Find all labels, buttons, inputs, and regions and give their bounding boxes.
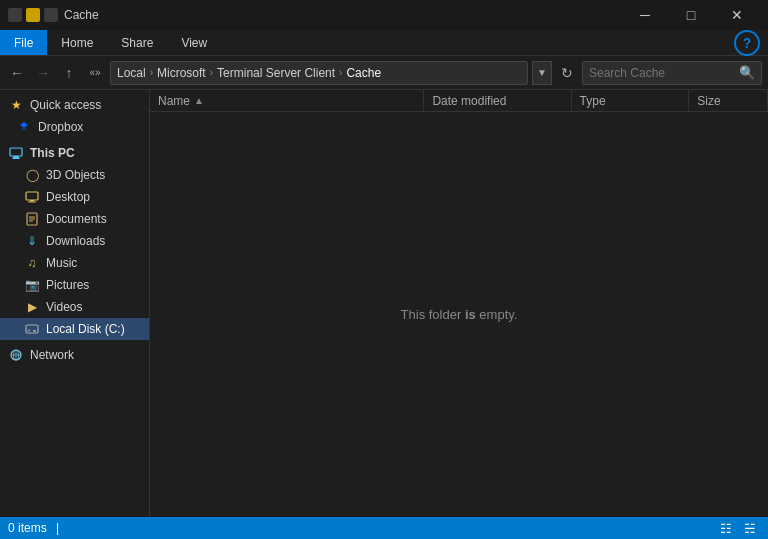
svg-rect-3: [12, 158, 20, 159]
title-dot-1: [8, 8, 22, 22]
col-header-name[interactable]: Name ▲: [150, 90, 424, 111]
svg-rect-1: [10, 148, 22, 156]
downloads-label: Downloads: [46, 234, 105, 248]
file-content-area: This folder is empty.: [150, 112, 768, 517]
sidebar-item-downloads[interactable]: ⇓ Downloads: [0, 230, 149, 252]
sidebar-item-network[interactable]: Network: [0, 344, 149, 366]
sidebar-item-this-pc[interactable]: This PC: [0, 142, 149, 164]
title-dot-3: [44, 8, 58, 22]
svg-rect-4: [26, 192, 38, 200]
sidebar-item-dropbox[interactable]: Dropbox: [0, 116, 149, 138]
large-icons-view-button[interactable]: ☵: [740, 519, 760, 537]
sidebar-item-documents[interactable]: Documents: [0, 208, 149, 230]
downloads-icon: ⇓: [24, 233, 40, 249]
search-icon: 🔍: [739, 65, 755, 80]
3d-objects-label: 3D Objects: [46, 168, 105, 182]
help-button[interactable]: ?: [734, 30, 760, 56]
dropbox-icon: [16, 119, 32, 135]
recent-locations-button[interactable]: «»: [84, 62, 106, 84]
pictures-label: Pictures: [46, 278, 89, 292]
title-bar: Cache ─ □ ✕: [0, 0, 768, 30]
svg-point-13: [28, 330, 30, 332]
back-button[interactable]: ←: [6, 62, 28, 84]
item-count: 0 items |: [8, 521, 59, 535]
this-pc-icon: [8, 145, 24, 161]
breadcrumb[interactable]: Local › Microsoft › Terminal Server Clie…: [110, 61, 528, 85]
close-button[interactable]: ✕: [714, 0, 760, 30]
svg-rect-2: [13, 156, 19, 158]
local-disk-label: Local Disk (C:): [46, 322, 125, 336]
videos-label: Videos: [46, 300, 82, 314]
tab-view[interactable]: View: [167, 30, 221, 55]
tab-share[interactable]: Share: [107, 30, 167, 55]
address-bar: ← → ↑ «» Local › Microsoft › Terminal Se…: [0, 56, 768, 90]
bc-chevron-2: ›: [210, 67, 213, 78]
desktop-label: Desktop: [46, 190, 90, 204]
breadcrumb-dropdown-button[interactable]: ▼: [532, 61, 552, 85]
minimize-button[interactable]: ─: [622, 0, 668, 30]
bc-chevron-1: ›: [150, 67, 153, 78]
svg-rect-11: [26, 325, 38, 333]
ribbon-tabs: File Home Share View ?: [0, 30, 768, 56]
details-view-button[interactable]: ☷: [716, 519, 736, 537]
col-header-size[interactable]: Size: [689, 90, 768, 111]
title-quick-access-group: [8, 8, 58, 22]
main-content: ★ Quick access Dropbox This PC: [0, 90, 768, 517]
pictures-icon: 📷: [24, 277, 40, 293]
up-button[interactable]: ↑: [58, 62, 80, 84]
col-header-type[interactable]: Type: [572, 90, 690, 111]
sidebar-item-pictures[interactable]: 📷 Pictures: [0, 274, 149, 296]
col-header-modified[interactable]: Date modified: [424, 90, 571, 111]
dropbox-label: Dropbox: [38, 120, 83, 134]
documents-label: Documents: [46, 212, 107, 226]
videos-icon: ▶: [24, 299, 40, 315]
tab-file[interactable]: File: [0, 30, 47, 55]
documents-icon: [24, 211, 40, 227]
desktop-icon: [24, 189, 40, 205]
sort-arrow-name: ▲: [194, 95, 204, 106]
maximize-button[interactable]: □: [668, 0, 714, 30]
window-title: Cache: [64, 8, 99, 22]
sidebar-item-videos[interactable]: ▶ Videos: [0, 296, 149, 318]
bc-cache: Cache: [346, 66, 381, 80]
svg-marker-0: [20, 122, 28, 131]
file-pane: Name ▲ Date modified Type Size This fold…: [150, 90, 768, 517]
bc-tsclient: Terminal Server Client: [217, 66, 335, 80]
bc-microsoft: Microsoft: [157, 66, 206, 80]
svg-rect-5: [30, 200, 34, 202]
bc-local: Local: [117, 66, 146, 80]
svg-rect-12: [33, 330, 36, 332]
file-column-headers: Name ▲ Date modified Type Size: [150, 90, 768, 112]
title-dot-2: [26, 8, 40, 22]
music-icon: ♫: [24, 255, 40, 271]
sidebar-item-music[interactable]: ♫ Music: [0, 252, 149, 274]
sidebar-item-local-disk[interactable]: Local Disk (C:): [0, 318, 149, 340]
empty-message: This folder is empty.: [401, 307, 518, 322]
search-bar[interactable]: 🔍: [582, 61, 762, 85]
network-icon: [8, 347, 24, 363]
tab-home[interactable]: Home: [47, 30, 107, 55]
quick-access-label: Quick access: [30, 98, 101, 112]
3d-objects-icon: ◯: [24, 167, 40, 183]
svg-rect-6: [28, 202, 36, 203]
sidebar-item-quick-access[interactable]: ★ Quick access: [0, 94, 149, 116]
ribbon: File Home Share View ?: [0, 30, 768, 56]
quick-access-icon: ★: [8, 97, 24, 113]
bc-chevron-3: ›: [339, 67, 342, 78]
network-label: Network: [30, 348, 74, 362]
music-label: Music: [46, 256, 77, 270]
sidebar-item-3d-objects[interactable]: ◯ 3D Objects: [0, 164, 149, 186]
status-bar: 0 items | ☷ ☵: [0, 517, 768, 539]
refresh-button[interactable]: ↻: [556, 61, 578, 85]
local-disk-icon: [24, 321, 40, 337]
sidebar: ★ Quick access Dropbox This PC: [0, 90, 150, 517]
view-buttons: ☷ ☵: [716, 519, 760, 537]
search-input[interactable]: [589, 66, 739, 80]
this-pc-label: This PC: [30, 146, 75, 160]
sidebar-item-desktop[interactable]: Desktop: [0, 186, 149, 208]
forward-button[interactable]: →: [32, 62, 54, 84]
